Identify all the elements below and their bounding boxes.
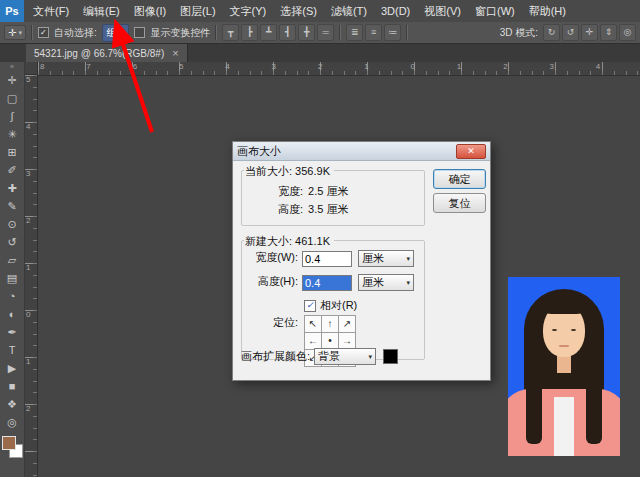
align-icon[interactable]: ┳ — [222, 24, 239, 41]
menu-filter[interactable]: 滤镜(T) — [324, 0, 374, 22]
history-brush-tool[interactable]: ↺ — [1, 233, 23, 251]
toolbar-collapse-icon[interactable]: » — [10, 63, 14, 71]
menu-type[interactable]: 文字(Y) — [223, 0, 274, 22]
pen-tool[interactable]: ✒ — [1, 323, 23, 341]
current-width-label: 宽度: — [278, 185, 303, 197]
height-unit-value: 厘米 — [362, 275, 384, 290]
3d-mode-icon[interactable]: ⇕ — [600, 24, 617, 41]
height-unit-select[interactable]: 厘米▾ — [358, 274, 414, 291]
ok-button[interactable]: 确定 — [433, 169, 486, 189]
menu-image[interactable]: 图像(I) — [127, 0, 173, 22]
photo-shirt — [554, 397, 574, 456]
ruler-number: 0 — [25, 310, 37, 357]
photoshop-window: Ps 文件(F) 编辑(E) 图像(I) 图层(L) 文字(Y) 选择(S) 滤… — [0, 0, 640, 477]
width-input[interactable] — [302, 251, 352, 267]
3d-mode-icon[interactable]: ✛ — [581, 24, 598, 41]
auto-select-checkbox[interactable]: ✓ — [38, 27, 49, 38]
menu-layer[interactable]: 图层(L) — [173, 0, 222, 22]
distribute-icon[interactable]: ≣ — [346, 24, 363, 41]
move-tool[interactable]: ✛ — [1, 71, 23, 89]
relative-checkbox[interactable]: ✓ — [304, 300, 316, 312]
brush-tool[interactable]: ✎ — [1, 197, 23, 215]
menu-view[interactable]: 视图(V) — [417, 0, 468, 22]
path-selection-tool[interactable]: ▶ — [1, 359, 23, 377]
document-tab[interactable]: 54321.jpg @ 66.7%(RGB/8#) × — [26, 44, 188, 62]
anchor-top-right[interactable]: ↗ — [338, 315, 356, 333]
menu-3d[interactable]: 3D(D) — [374, 0, 417, 22]
quick-selection-tool[interactable]: ✳ — [1, 125, 23, 143]
hand-tool[interactable]: ❖ — [1, 395, 23, 413]
auto-select-target-select[interactable]: 组 ▾ — [102, 24, 130, 42]
new-height-label: 高度(H): — [242, 274, 298, 289]
align-icon[interactable]: ╋ — [298, 24, 315, 41]
photo-mouth — [559, 345, 569, 347]
ruler-number: 1 — [25, 263, 37, 310]
document-tab-bar: 54321.jpg @ 66.7%(RGB/8#) × — [0, 44, 640, 62]
height-input[interactable] — [302, 275, 352, 291]
lasso-tool[interactable]: ∫ — [1, 107, 23, 125]
auto-select-target-value: 组 — [107, 26, 117, 40]
distribute-icon[interactable]: ≔ — [384, 24, 401, 41]
photo-eye — [552, 329, 557, 331]
align-buttons-group: ┳┣┻┫╋═ — [222, 24, 334, 41]
healing-brush-tool[interactable]: ✚ — [1, 179, 23, 197]
3d-mode-icon[interactable]: ↻ — [543, 24, 560, 41]
width-unit-select[interactable]: 厘米▾ — [358, 250, 414, 267]
menu-edit[interactable]: 编辑(E) — [76, 0, 127, 22]
show-transform-checkbox[interactable] — [134, 27, 145, 38]
dialog-title: 画布大小 — [237, 144, 281, 159]
menu-help[interactable]: 帮助(H) — [522, 0, 573, 22]
type-tool[interactable]: T — [1, 341, 23, 359]
current-height-label: 高度: — [278, 203, 303, 215]
3d-mode-icon[interactable]: ◎ — [619, 24, 636, 41]
tools-list: ✛▢∫✳⊞✐✚✎⊙↺▱▤◔◐✒T▶■❖◎ — [1, 71, 23, 431]
ruler-number: 5 — [177, 62, 223, 71]
ruler-number: 4 — [594, 62, 640, 71]
dialog-title-bar[interactable]: 画布大小 ✕ — [233, 142, 490, 161]
tool-preset-button[interactable]: ✛ ▾ — [4, 25, 26, 40]
current-height-row: 高度:3.5 厘米 — [278, 202, 348, 217]
canvas-extension-color-select[interactable]: 背景 ▾ — [314, 348, 376, 365]
vertical-ruler-numbers: 54321012 — [25, 75, 37, 451]
blur-tool[interactable]: ◔ — [1, 287, 23, 305]
photoshop-logo: Ps — [0, 0, 24, 22]
relative-row: ✓相对(R) — [242, 298, 424, 313]
gradient-tool[interactable]: ▤ — [1, 269, 23, 287]
current-height-value: 3.5 厘米 — [308, 203, 348, 215]
anchor-label: 定位: — [242, 315, 298, 330]
dodge-tool[interactable]: ◐ — [1, 305, 23, 323]
shape-tool[interactable]: ■ — [1, 377, 23, 395]
canvas-extension-row: 画布扩展颜色: 背景 ▾ — [241, 348, 398, 365]
anchor-top[interactable]: ↑ — [321, 315, 339, 333]
eyedropper-tool[interactable]: ✐ — [1, 161, 23, 179]
eraser-tool[interactable]: ▱ — [1, 251, 23, 269]
chevron-down-icon: ▾ — [18, 29, 22, 37]
ruler-number: 2 — [501, 62, 547, 71]
anchor-top-left[interactable]: ↖ — [304, 315, 322, 333]
dialog-close-button[interactable]: ✕ — [456, 144, 486, 159]
crop-tool[interactable]: ⊞ — [1, 143, 23, 161]
align-icon[interactable]: ═ — [317, 24, 334, 41]
canvas-extension-color-swatch[interactable] — [383, 349, 398, 364]
align-icon[interactable]: ┻ — [260, 24, 277, 41]
reset-button[interactable]: 复位 — [433, 193, 486, 213]
menu-select[interactable]: 选择(S) — [273, 0, 324, 22]
horizontal-ruler: 8765432101234 — [38, 62, 640, 76]
check-icon: ✓ — [40, 28, 47, 37]
current-width-row: 宽度:2.5 厘米 — [278, 184, 348, 199]
menu-file[interactable]: 文件(F) — [26, 0, 76, 22]
photo-bangs — [541, 296, 587, 314]
ruler-number: 1 — [25, 357, 37, 404]
zoom-tool[interactable]: ◎ — [1, 413, 23, 431]
clone-stamp-tool[interactable]: ⊙ — [1, 215, 23, 233]
3d-mode-icon[interactable]: ↺ — [562, 24, 579, 41]
marquee-tool[interactable]: ▢ — [1, 89, 23, 107]
foreground-color-swatch[interactable] — [2, 436, 16, 450]
distribute-icon[interactable]: ≡ — [365, 24, 382, 41]
photo-eye — [571, 329, 576, 331]
photo-hair-strand — [586, 332, 602, 444]
align-icon[interactable]: ┫ — [279, 24, 296, 41]
tab-close-icon[interactable]: × — [172, 47, 178, 59]
menu-window[interactable]: 窗口(W) — [468, 0, 522, 22]
align-icon[interactable]: ┣ — [241, 24, 258, 41]
